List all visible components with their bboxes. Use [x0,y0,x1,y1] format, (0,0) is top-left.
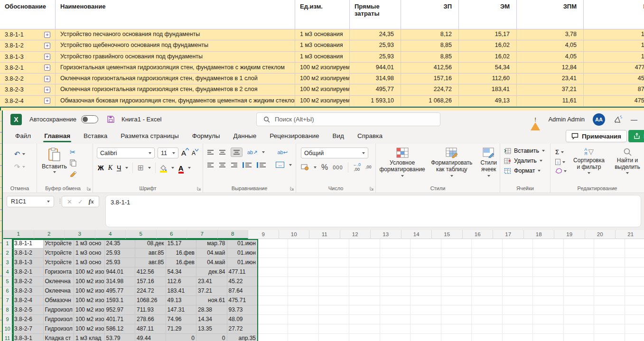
col-header-17[interactable]: 17 [493,230,524,239]
cell-r2c5[interactable]: авг.85 [135,249,166,258]
cell-r6c8[interactable]: 87.64 [227,286,258,296]
cell-r7c3[interactable]: 100 м2 изо [74,296,105,305]
cell-r2c1[interactable]: 3.8-1-2 [13,249,44,258]
empty-cells-region[interactable] [258,258,644,267]
cell-styles-button[interactable]: Стили ячеек [477,147,500,177]
clear-button[interactable] [555,168,567,174]
cell-r4c5[interactable]: 412.56 [135,267,166,277]
cell-r3c2[interactable]: Устройсте [44,258,75,267]
col-header-2[interactable]: 2 [34,230,65,239]
expand-icon[interactable]: + [44,54,50,60]
cell-r10c1[interactable]: 3.8-2-7 [13,324,44,334]
cell-r10c6[interactable]: 71.29 [166,324,197,334]
cell-r9c8[interactable]: 48.09 [227,315,258,324]
font-size-select[interactable]: 11 [158,147,178,158]
col-header-9[interactable]: 9 [248,230,279,239]
cell-r9c3[interactable]: 100 м2 изо [74,315,105,324]
fill-color-button[interactable] [160,165,167,171]
cell-r9c4[interactable]: 401.71 [105,315,136,324]
dialog-launcher-number[interactable] [370,186,374,191]
cell-r4c4[interactable]: 944.01 [105,267,136,277]
cell-r11c2[interactable]: Кладка ст [44,334,75,341]
italic-button[interactable]: К [108,164,112,172]
cell-r10c2[interactable]: Гидроизол [44,324,75,334]
col-header-16[interactable]: 16 [463,230,494,239]
cell-r10c4[interactable]: 586.12 [105,324,136,334]
cell-r1c3[interactable]: 1 м3 осно [74,239,105,249]
expand-icon[interactable]: + [44,65,50,71]
row-header-2[interactable]: 2 [3,249,13,258]
cell-r11c3[interactable]: 1 м3 клад [74,334,105,341]
expand-icon[interactable]: + [44,98,50,104]
cell-r5c6[interactable]: 112.6 [166,277,197,286]
redo-button[interactable]: ↷ [14,163,26,170]
cell-r8c3[interactable]: 100 м2 изо [74,305,105,315]
empty-cells-region[interactable] [258,267,644,277]
autosave-toggle[interactable] [81,115,98,123]
col-header-1[interactable]: 1 [3,230,34,239]
cell-r1c4[interactable]: 24.35 [105,239,136,249]
cell-r1c7[interactable]: мар.78 [196,239,227,249]
dialog-launcher-font[interactable] [197,186,201,191]
fill-button[interactable]: ↓ [555,159,567,165]
cell-r5c3[interactable]: 100 м2 изо [74,277,105,286]
percent-style-button[interactable]: % [321,163,328,172]
col-header-19[interactable]: 19 [554,230,585,239]
search-box[interactable]: Поиск (Alt+Ы) [256,112,440,126]
cell-r6c6[interactable]: 183.41 [166,286,197,296]
save-icon[interactable] [107,115,115,123]
find-select-button[interactable]: Найти и выделить [611,147,644,174]
col-header-13[interactable]: 13 [371,230,401,239]
format-as-table-button[interactable]: Форматировать как таблицу [428,147,476,177]
cell-r3c8[interactable]: 01.июн [227,258,258,267]
shrink-font-button[interactable]: А [192,150,196,157]
orientation-caret[interactable] [262,151,265,153]
account-name[interactable]: Admin Admin [548,116,585,123]
cell-r8c2[interactable]: Гидроизол [44,305,75,315]
dialog-launcher-alignment[interactable] [290,186,294,191]
comma-style-button[interactable]: 000 [333,165,343,170]
cell-r5c8[interactable]: 45.22 [227,277,258,286]
cell-r10c3[interactable]: 100 м2 изо [74,324,105,334]
expand-icon[interactable]: + [44,43,50,49]
paste-button[interactable]: Вставить [42,147,67,177]
enter-icon[interactable]: ✓ [78,198,83,205]
cell-r8c1[interactable]: 3.8-2-5 [13,305,44,315]
excel-logo-icon[interactable]: X [10,114,22,125]
row-header-10[interactable]: 10 [3,324,13,334]
cell-r9c6[interactable]: 74.96 [166,315,197,324]
col-header-6[interactable]: 6 [157,230,187,239]
cell-r1c6[interactable]: 15.17 [166,239,197,249]
expand-icon[interactable]: + [44,32,50,38]
align-bottom-button[interactable] [231,147,243,157]
cell-r2c4[interactable]: 25.93 [105,249,136,258]
tab-Файл[interactable]: Файл [15,129,31,142]
row-header-9[interactable]: 9 [3,315,13,324]
align-right-button[interactable] [231,162,238,168]
cell-r6c7[interactable]: 37.21 [196,286,227,296]
increase-indent-button[interactable] [257,162,266,168]
col-header-11[interactable]: 11 [309,230,340,239]
delete-cells-button[interactable]: Удалить [504,157,550,164]
decrease-decimal-button[interactable]: ,00 [365,165,372,170]
row-name[interactable]: Устройство гравийного основания под фунд… [56,52,295,63]
cancel-icon[interactable]: ✕ [67,198,72,205]
cell-r11c5[interactable]: 49.44 [135,334,166,341]
cell-r9c5[interactable]: 278.66 [135,315,166,324]
cell-r11c1[interactable]: 3.8-3-1 [13,334,44,341]
cell-r2c7[interactable]: 04.май [196,249,227,258]
cell-r3c3[interactable]: 1 м3 осно [74,258,105,267]
format-painter-icon[interactable] [70,170,77,177]
cell-r5c4[interactable]: 314.98 [105,277,136,286]
cell-r3c4[interactable]: 25.93 [105,258,136,267]
cell-r6c1[interactable]: 3.8-2-3 [13,286,44,296]
cell-r10c7[interactable]: 13.35 [196,324,227,334]
undo-button[interactable]: ↶ [14,150,26,157]
merge-caret[interactable] [289,164,292,166]
empty-cells-region[interactable] [258,296,644,305]
cell-r10c8[interactable]: 27.72 [227,324,258,334]
tab-Данные[interactable]: Данные [233,129,257,142]
tab-Формулы[interactable]: Формулы [192,129,220,142]
tab-Справка[interactable]: Справка [357,129,383,142]
avatar[interactable]: AA [593,113,605,126]
